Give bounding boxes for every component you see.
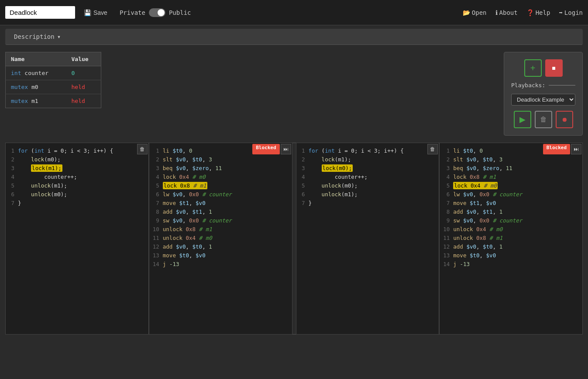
var-type-name: int counter [6, 66, 66, 80]
playbacks-row: Playbacks: [511, 82, 575, 89]
col-value-header: Value [66, 52, 101, 66]
col-name-header: Name [6, 52, 66, 66]
code-line: sw $v0, 0x0 # counter [163, 216, 289, 225]
play-icon: ▶ [519, 115, 526, 124]
thread2-right-line-numbers: 1 2 3 4 5 6 7 8 9 10 11 12 13 14 [440, 147, 453, 269]
thread2-right-step-button[interactable]: ⏭ [571, 144, 581, 154]
thread1-left-code-area: 1 2 3 4 5 6 7 for (int i = 0; i < 3; i++… [6, 143, 148, 211]
var-type-name: mutex m1 [6, 94, 66, 108]
thread1-right-controls: Blocked ⏭ [252, 144, 291, 154]
threads-area: 🗑 1 2 3 4 5 6 7 for (int i = 0; i < 3; i… [0, 139, 588, 335]
code-line: lock 0x8 # m1 [453, 173, 579, 181]
thread2-right-controls: Blocked ⏭ [543, 144, 581, 154]
playbacks-divider [549, 85, 575, 85]
thread2-left-delete-button[interactable]: 🗑 [427, 144, 438, 154]
thread1-right-code-area: 1 2 3 4 5 6 7 8 9 10 11 12 13 14 li $t0,… [149, 143, 292, 272]
trash-icon: 🗑 [540, 116, 547, 123]
code-line: unlock 0x4 # m0 [453, 225, 579, 234]
stop-button[interactable]: ■ [545, 59, 563, 77]
thread1-right-line-numbers: 1 2 3 4 5 6 7 8 9 10 11 12 13 14 [149, 147, 163, 269]
visibility-toggle-group: Private Public [120, 8, 191, 17]
save-icon: 💾 [84, 9, 91, 16]
code-line: lock 0x4 # m0 [163, 173, 289, 181]
private-label: Private [120, 9, 145, 16]
thread1-left-delete-button[interactable]: 🗑 [137, 144, 148, 154]
topbar: 💾 Save Private Public 📂 Open ℹ About ❓ H… [0, 0, 588, 25]
thread2-right-code: li $t0, 0 slt $v0, $t0, 3 beq $v0, $zero… [453, 147, 582, 269]
code-line: add $v0, $t0, 1 [163, 242, 289, 251]
info-icon: ℹ [495, 9, 498, 16]
title-input[interactable] [5, 6, 75, 19]
code-line: lw $v0, 0x0 # counter [163, 190, 289, 199]
code-line: lock(m0); [18, 155, 145, 164]
code-line: move $t0, $v0 [453, 251, 579, 260]
code-line: unlock(m0); [18, 190, 145, 199]
login-icon: ➡ [559, 9, 562, 16]
code-line: j -13 [453, 260, 579, 269]
code-line: add $v0, $t0, 1 [453, 242, 579, 251]
code-line-highlighted: lock 0x8 # m1 [163, 181, 289, 190]
code-line: } [309, 199, 436, 208]
code-line: for (int i = 0; i < 3; i++) { [309, 147, 436, 155]
record-icon: ⏺ [561, 116, 567, 123]
about-link[interactable]: ℹ About [495, 9, 518, 16]
code-line: add $v0, $t1, 1 [453, 208, 579, 216]
add-thread-button[interactable]: + [524, 59, 542, 77]
description-label: Description [14, 33, 55, 40]
table-row: int counter 0 [6, 66, 101, 80]
code-line: } [18, 199, 145, 208]
code-line: counter++; [18, 173, 145, 181]
play-button[interactable]: ▶ [514, 111, 531, 128]
code-line: move $t1, $v0 [453, 199, 579, 208]
open-icon: 📂 [463, 9, 470, 16]
playbacks-label: Playbacks: [511, 82, 545, 89]
top-row: Name Value int counter 0 mutex m0 held m… [0, 48, 588, 139]
code-line: unlock 0x8 # m1 [163, 225, 289, 234]
blocked-badge-2: Blocked [543, 144, 570, 154]
description-chevron: ▾ [57, 33, 61, 40]
login-link[interactable]: ➡ Login [559, 9, 583, 16]
delete-playback-button[interactable]: 🗑 [535, 111, 552, 128]
thread2-left-line-numbers: 1 2 3 4 5 6 7 [296, 147, 309, 208]
code-line: sw $v0, 0x0 # counter [453, 216, 579, 225]
code-line: j -13 [163, 260, 289, 269]
table-row: mutex m1 held [6, 94, 101, 108]
code-line: unlock(m1); [309, 190, 436, 199]
thread1-right-step-button[interactable]: ⏭ [281, 144, 291, 154]
thread2-left-code: for (int i = 0; i < 3; i++) { lock(m1); … [309, 147, 439, 208]
code-line: unlock 0x4 # m0 [163, 234, 289, 242]
save-button[interactable]: 💾 Save [80, 7, 111, 18]
code-line: lw $v0, 0x0 # counter [453, 190, 579, 199]
thread1-left-code: for (int i = 0; i < 3; i++) { lock(m0); … [18, 147, 148, 208]
thread1-right-panel: Blocked ⏭ 1 2 3 4 5 6 7 8 9 10 11 12 13 … [149, 143, 292, 335]
help-icon: ❓ [526, 9, 534, 16]
var-value: held [66, 80, 101, 94]
code-line: counter++; [309, 173, 436, 181]
visibility-toggle[interactable] [149, 8, 165, 17]
stop-icon: ■ [552, 65, 555, 72]
thread1-left-controls: 🗑 [137, 144, 148, 154]
thread2-left-controls: 🗑 [427, 144, 438, 154]
playbacks-select[interactable]: Deadlock Example [511, 94, 575, 106]
topbar-right: 📂 Open ℹ About ❓ Help ➡ Login [463, 9, 583, 16]
code-line: unlock(m1); [18, 181, 145, 190]
help-link[interactable]: ❓ Help [526, 9, 550, 16]
thread1-left-panel: 🗑 1 2 3 4 5 6 7 for (int i = 0; i < 3; i… [5, 143, 149, 335]
toggle-knob [158, 9, 165, 16]
code-line-highlighted: lock 0x4 # m0 [453, 181, 579, 190]
code-line: slt $v0, $t0, 3 [453, 155, 579, 164]
ctrl-bottom-buttons: ▶ 🗑 ⏺ [514, 111, 573, 128]
description-bar[interactable]: Description ▾ [5, 29, 583, 45]
record-button[interactable]: ⏺ [556, 111, 573, 128]
code-line: move $t1, $v0 [163, 199, 289, 208]
var-value: held [66, 94, 101, 108]
code-line: move $t0, $v0 [163, 251, 289, 260]
thread2-left-code-area: 1 2 3 4 5 6 7 for (int i = 0; i < 3; i++… [296, 143, 439, 211]
code-line: beq $v0, $zero, 11 [453, 164, 579, 173]
thread-divider [292, 143, 296, 335]
open-link[interactable]: 📂 Open [463, 9, 487, 16]
code-line: unlock 0x8 # m1 [453, 234, 579, 242]
thread1-right-code: li $t0, 0 slt $v0, $t0, 3 beq $v0, $zero… [163, 147, 292, 269]
control-panel: + ■ Playbacks: Deadlock Example ▶ 🗑 ⏺ [504, 52, 583, 136]
code-line-highlighted: lock(m0); [309, 164, 436, 173]
